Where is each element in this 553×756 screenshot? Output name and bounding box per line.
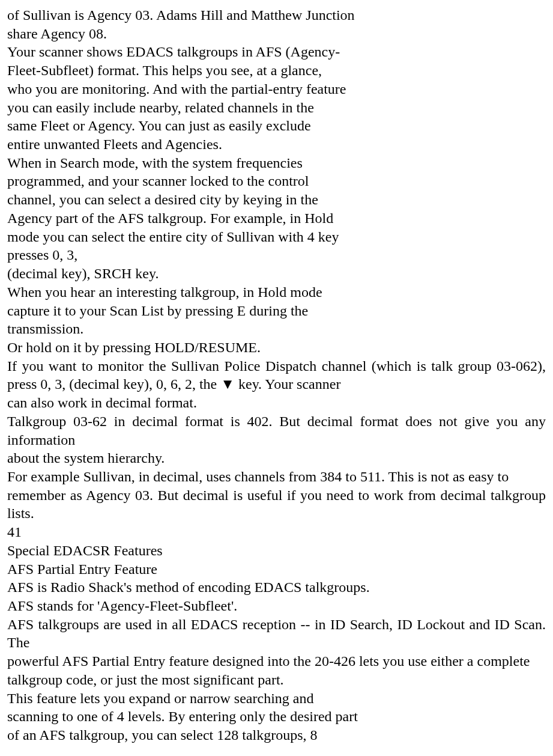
text-line: Fleet-Subfleet) format. This helps you s… <box>7 61 546 80</box>
text-line: can also work in decimal format. <box>7 394 546 412</box>
text-line: Special EDACSR Features <box>7 541 546 560</box>
text-line: For example Sullivan, in decimal, uses c… <box>7 468 546 486</box>
text-line: powerful AFS Partial Entry feature desig… <box>7 652 546 671</box>
text-line: transmission. <box>7 320 546 338</box>
text-line: When in Search mode, with the system fre… <box>7 154 546 172</box>
text-line: scanning to one of 4 levels. By entering… <box>7 707 546 726</box>
text-line: presses 0, 3, <box>7 246 546 264</box>
text-line: Talkgroup 03-62 in decimal format is 402… <box>7 412 546 449</box>
text-line: 41 <box>7 523 546 541</box>
text-line: This feature lets you expand or narrow s… <box>7 689 546 708</box>
document-body: of Sullivan is Agency 03. Adams Hill and… <box>7 6 546 745</box>
text-line: same Fleet or Agency. You can just as ea… <box>7 117 546 135</box>
text-line: mode you can select the entire city of S… <box>7 228 546 246</box>
text-line: of Sullivan is Agency 03. Adams Hill and… <box>7 6 546 25</box>
text-line: If you want to monitor the Sullivan Poli… <box>7 357 546 394</box>
text-line: share Agency 08. <box>7 25 546 43</box>
text-line: (decimal key), SRCH key. <box>7 264 546 283</box>
text-line: When you hear an interesting talkgroup, … <box>7 283 546 302</box>
text-line: capture it to your Scan List by pressing… <box>7 302 546 320</box>
text-line: AFS Partial Entry Feature <box>7 560 546 579</box>
text-line: about the system hierarchy. <box>7 449 546 468</box>
text-line: of an AFS talkgroup, you can select 128 … <box>7 726 546 745</box>
text-line: who you are monitoring. And with the par… <box>7 80 546 99</box>
text-line: AFS is Radio Shack's method of encoding … <box>7 578 546 597</box>
text-line: remember as Agency 03. But decimal is us… <box>7 486 546 523</box>
text-line: Your scanner shows EDACS talkgroups in A… <box>7 43 546 61</box>
text-line: programmed, and your scanner locked to t… <box>7 172 546 191</box>
text-line: you can easily include nearby, related c… <box>7 99 546 117</box>
text-line: talkgroup code, or just the most signifi… <box>7 671 546 689</box>
text-line: AFS stands for 'Agency-Fleet-Subfleet'. <box>7 597 546 615</box>
text-line: Agency part of the AFS talkgroup. For ex… <box>7 209 546 228</box>
text-line: channel, you can select a desired city b… <box>7 191 546 209</box>
text-line: entire unwanted Fleets and Agencies. <box>7 135 546 154</box>
text-line: AFS talkgroups are used in all EDACS rec… <box>7 615 546 652</box>
text-line: Or hold on it by pressing HOLD/RESUME. <box>7 338 546 357</box>
